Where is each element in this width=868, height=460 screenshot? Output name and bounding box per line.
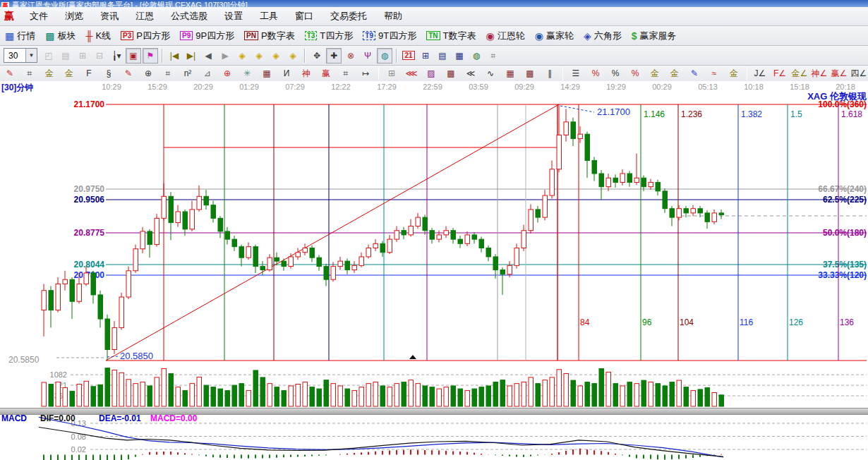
toolbar-button-p-table[interactable]: PNP数字表 [239,30,300,42]
measure-knife-icon[interactable]: ✎ [1,66,19,80]
wave2-icon[interactable]: ≈ [705,66,723,80]
chart-text: 96 [642,317,652,327]
ruler2-icon[interactable]: ⌗ [159,66,177,80]
toolbar-button-quotes[interactable]: ▦行情 [0,30,40,42]
gold2-angle-icon[interactable]: 金∠ [790,66,809,80]
j-angle-icon[interactable]: J∠ [751,66,769,80]
angles-icon[interactable]: ≪ [462,66,480,80]
grid3-icon[interactable]: ▩ [521,66,539,80]
chart9-icon[interactable]: ⊟ [92,48,107,63]
chart-area[interactable]: 21.1700100.0%(360)20.975066.67%(240)20.9… [0,81,868,460]
fan-box-icon[interactable]: ▨ [422,66,440,80]
menu-item-设置[interactable]: 设置 [216,8,251,24]
mark-pin-icon[interactable]: ⊗ [343,48,358,63]
zigzag-icon[interactable]: ∿ [481,66,500,80]
gold-circle-icon[interactable]: 金 [646,66,664,80]
gann-grid-icon[interactable]: ▣ [126,48,141,63]
gold-ruler-icon[interactable]: 金 [40,66,59,80]
toolbar-button-service[interactable]: $赢家服务 [627,30,682,42]
time-ruler-icon[interactable]: ⌗ [20,66,39,80]
candle-style-icon[interactable]: ╽▾ [109,48,124,63]
menu-item-文件[interactable]: 文件 [21,8,56,24]
grid2-icon[interactable]: ▦ [501,66,519,80]
calendar-icon[interactable]: 21 [401,48,416,63]
report-icon[interactable]: ▤ [58,48,73,63]
title-bar[interactable]: 赢赢家江恩专业版[赢家内部服务平台] - [伦敦银现 CFXAG 107[30]… [0,0,868,7]
prev-page-icon[interactable]: ◀ [200,48,216,63]
pattern-icon[interactable]: ◰ [41,48,56,63]
menu-item-公式选股[interactable]: 公式选股 [162,8,216,24]
win-angle-icon[interactable]: 赢∠ [830,66,848,80]
knife2-icon[interactable]: ✎ [119,66,138,80]
shen-angle-icon[interactable]: 神∠ [810,66,828,80]
width-icon[interactable]: ↦ [356,66,375,80]
menu-item-浏览[interactable]: 浏览 [56,8,92,24]
gold-line-icon[interactable]: 金 [665,66,684,80]
menu-item-帮助[interactable]: 帮助 [375,8,411,24]
percent-icon[interactable]: % [606,66,625,80]
scale-list-icon[interactable]: ☰ [567,66,585,80]
menu-item-资讯[interactable]: 资讯 [92,8,127,24]
notes-icon[interactable]: ▤ [435,48,450,63]
spiral-icon[interactable]: § [100,66,118,80]
color-flag-icon[interactable]: ⚑ [143,48,158,63]
toolbar-button-t-square[interactable]: T3T四方形 [300,30,358,42]
zoom-all-icon[interactable]: ◈ [285,48,301,63]
toolbar-button-t-table[interactable]: TNT数字表 [421,30,481,42]
toolbar-button-p-square[interactable]: P3P四方形 [116,30,175,42]
menu-item-江恩[interactable]: 江恩 [127,8,162,24]
zoom-in-icon[interactable]: ◈ [268,48,284,63]
num-grid-icon[interactable]: ⌗ [337,66,355,80]
toolbar-button-hexagon[interactable]: ◈六角形 [579,30,627,42]
toolbar-button-winner-wheel[interactable]: ◉赢家轮 [530,30,579,42]
menu-item-窗口[interactable]: 窗口 [287,8,322,24]
last-page-icon[interactable]: ▶| [183,48,199,63]
smart-brain-icon[interactable]: ◍ [377,48,392,63]
circle-cross-icon[interactable]: ⊕ [218,66,236,80]
four-angle-icon[interactable]: 四∠ [850,66,868,80]
chart-canvas[interactable]: 21.1700100.0%(360)20.975066.67%(240)20.9… [0,81,868,460]
gann-fork-icon[interactable]: Ψ [360,48,375,63]
chart3-icon[interactable]: ⊞ [75,48,90,63]
period-select[interactable]: 30 ▼ [4,48,37,63]
grid-box-icon[interactable]: ▦ [258,66,276,80]
save-icon[interactable]: ▦ [452,48,467,63]
menu-item-交易委托[interactable]: 交易委托 [322,8,375,24]
next-page-icon[interactable]: ▶ [217,48,233,63]
zoom-left-icon[interactable]: ◈ [234,48,250,63]
win-grid-icon[interactable]: 赢 [317,66,335,80]
computer-icon[interactable]: ⌗ [486,48,501,63]
circle-ruler-icon[interactable]: ⊕ [139,66,157,80]
menu-item-工具[interactable]: 工具 [251,8,287,24]
crosshair-icon[interactable]: ✚ [326,48,342,63]
mirror-angle-icon[interactable]: ⊿ [198,66,217,80]
gold-ruler2-icon[interactable]: 金 [60,66,78,80]
n2-icon[interactable]: n² [179,66,197,80]
percent-line-icon[interactable]: % [626,66,644,80]
wave-mark-icon[interactable]: И [277,66,296,80]
first-page-icon[interactable]: |◀ [167,48,182,63]
shen-grid-icon[interactable]: 神 [297,66,315,80]
f-ruler-icon[interactable]: F [80,66,98,80]
chevron-down-icon[interactable]: ▼ [25,49,37,62]
toolbar-button-9t-square[interactable]: T99T四方形 [358,30,421,42]
price-knife-icon[interactable]: ✎ [685,66,704,80]
percent-cut-icon[interactable]: % [586,66,605,80]
toolbar-button-kline[interactable]: ╫K线 [80,30,116,42]
web-export-icon[interactable]: ◍ [469,48,484,63]
zoom-right-icon[interactable]: ◈ [251,48,267,63]
toolbar-separator [162,49,163,63]
fan-red-icon[interactable]: ⋘ [402,66,421,80]
gold-angle-icon[interactable]: 金 [725,66,743,80]
fan-grid-icon[interactable]: ▩ [442,66,460,80]
toolbar-button-9p-square[interactable]: P99P四方形 [175,30,239,42]
starburst-icon[interactable]: ✳ [238,66,256,80]
calculator-icon[interactable]: ⊞ [418,48,433,63]
f-angle-icon[interactable]: F∠ [771,66,789,80]
parallel-icon[interactable]: ∥ [541,66,559,80]
toolbar-button-gann-wheel[interactable]: ◉江恩轮 [481,30,529,42]
hand-tool-icon[interactable]: ✥ [309,48,325,63]
t-square-label: T四方形 [320,30,353,42]
toolbar-button-sectors[interactable]: ▩板块 [40,30,80,42]
box-tool-icon[interactable]: ⊞ [382,66,401,80]
